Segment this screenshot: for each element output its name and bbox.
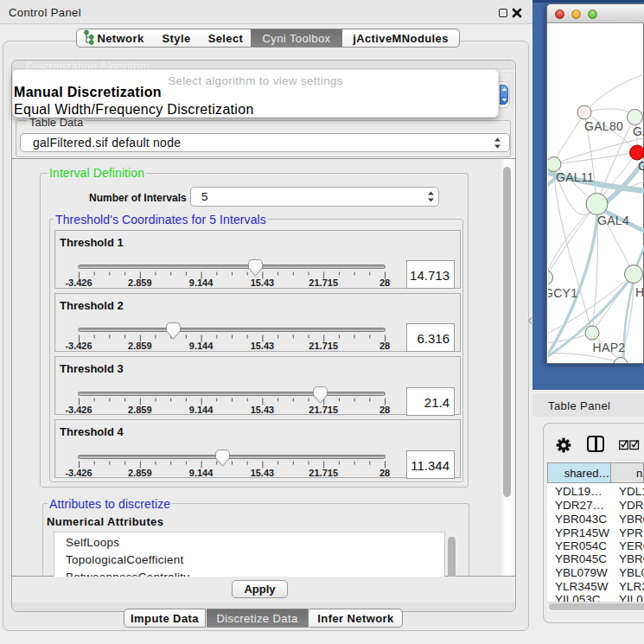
svg-text:GAL11: GAL11	[556, 170, 594, 184]
svg-text:HAP2: HAP2	[593, 341, 626, 354]
svg-text:GCY1: GCY1	[548, 286, 577, 300]
svg-text:GAL80: GAL80	[584, 119, 623, 133]
svg-text:C: C	[638, 159, 644, 173]
svg-text:H: H	[635, 285, 644, 299]
svg-text:GAL4: GAL4	[597, 214, 629, 227]
svg-text:GA: GA	[633, 124, 644, 138]
